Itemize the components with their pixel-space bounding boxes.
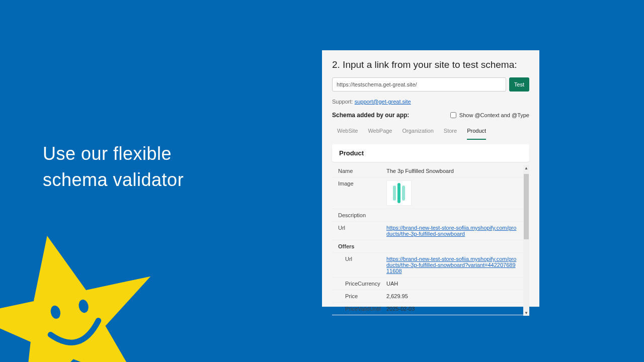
schema-type-card: Product [332, 144, 529, 162]
show-context-toggle[interactable]: Show @Context and @Type [450, 112, 529, 118]
product-url-link[interactable]: https://brand-new-test-store-sofiia.mysh… [386, 225, 516, 237]
panel-title: 2. Input a link from your site to test s… [332, 59, 529, 70]
tab-webpage[interactable]: WebPage [368, 124, 392, 140]
cell-value: 2025-02-03 [386, 306, 517, 312]
marketing-headline: Use our flexible schema validator [43, 141, 184, 193]
headline-line-1: Use our flexible [43, 143, 172, 164]
cell-value: The 3p Fulfilled Snowboard [386, 168, 517, 174]
tab-organization[interactable]: Organization [402, 124, 433, 140]
cell-key: Url [338, 225, 386, 231]
table-row-price: Price 2,629.95 [332, 290, 523, 303]
tab-product[interactable]: Product [467, 124, 486, 140]
url-input-row: Test [332, 77, 529, 92]
test-button[interactable]: Test [509, 77, 529, 92]
offer-url-link[interactable]: https://brand-new-test-store-sofiia.mysh… [386, 256, 516, 274]
schema-tabs: WebSite WebPage Organization Store Produ… [332, 124, 529, 140]
support-prefix: Support: [332, 99, 355, 105]
cell-value: https://brand-new-test-store-sofiia.mysh… [386, 225, 517, 237]
table-scrollbar[interactable]: ▲ ▼ [523, 165, 529, 316]
table-row-description: Description [332, 209, 523, 222]
product-image-thumb [386, 180, 412, 206]
cell-key: PriceCurrency [338, 281, 386, 287]
schema-validator-panel: 2. Input a link from your site to test s… [322, 50, 539, 307]
cell-key: PriceValidUntil [338, 306, 386, 312]
support-line: Support: support@get-great.site [332, 99, 529, 105]
cell-value: https://brand-new-test-store-sofiia.mysh… [386, 256, 517, 274]
table-row-name: Name The 3p Fulfilled Snowboard [332, 165, 523, 177]
star-illustration [0, 226, 161, 362]
table-row-url: Url https://brand-new-test-store-sofiia.… [332, 222, 523, 240]
show-context-label: Show @Context and @Type [459, 112, 529, 118]
cell-value: 2,629.95 [386, 293, 517, 299]
show-context-checkbox[interactable] [450, 112, 456, 118]
table-row-pricevaliduntil: PriceValidUntil 2025-02-03 [332, 303, 523, 315]
table-row-itemcondition: ItemCondition https://schema.org/NewCond… [332, 315, 523, 316]
cell-key: Name [338, 168, 386, 174]
schema-table: Name The 3p Fulfilled Snowboard Image De… [332, 165, 529, 316]
headline-line-2: schema validator [43, 169, 184, 190]
scroll-thumb[interactable] [524, 174, 529, 239]
table-row-offers: Offers [332, 240, 523, 253]
cell-key: Offers [338, 243, 386, 249]
cell-key: Image [338, 180, 386, 187]
schema-added-label: Schema added by our app: [332, 112, 409, 119]
support-email-link[interactable]: support@get-great.site [355, 99, 411, 105]
cell-value: UAH [386, 281, 517, 287]
table-row-pricecurrency: PriceCurrency UAH [332, 278, 523, 290]
tab-store[interactable]: Store [444, 124, 457, 140]
scroll-down-icon[interactable]: ▼ [523, 310, 529, 316]
schema-added-row: Schema added by our app: Show @Context a… [332, 112, 529, 119]
cell-key: Description [338, 212, 386, 218]
cell-key: Price [338, 293, 386, 299]
url-input[interactable] [332, 77, 506, 92]
tab-website[interactable]: WebSite [337, 124, 358, 140]
cell-key: Url [338, 256, 386, 262]
scroll-up-icon[interactable]: ▲ [523, 165, 529, 171]
cell-value [386, 180, 517, 206]
table-row-offer-url: Url https://brand-new-test-store-sofiia.… [332, 253, 523, 278]
table-row-image: Image [332, 177, 523, 209]
